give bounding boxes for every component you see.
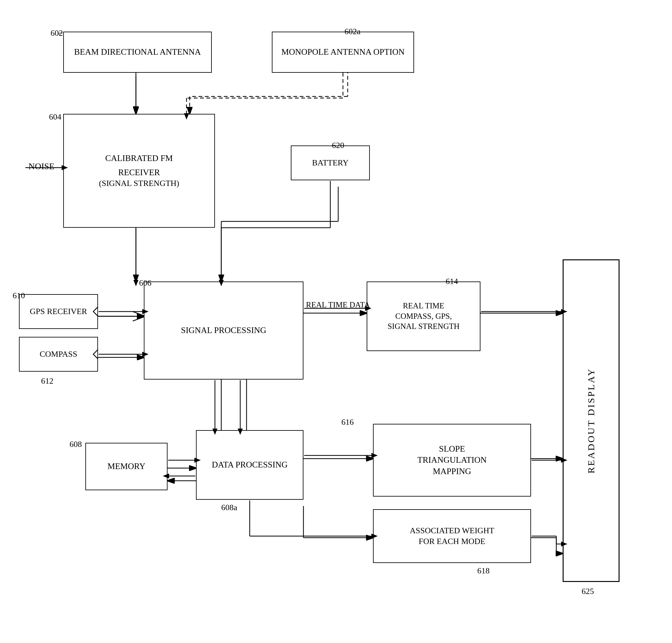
ref-608a: 608a xyxy=(221,503,237,512)
signal-processing-label: SIGNAL PROCESSING xyxy=(181,325,266,336)
signal-strength-label: (SIGNAL STRENGTH) xyxy=(99,178,179,189)
beam-directional-antenna-box: BEAM DIRECTIONAL ANTENNA xyxy=(63,32,212,73)
calibrated-fm-box: CALIBRATED FM RECEIVER (SIGNAL STRENGTH) xyxy=(63,114,215,228)
ref-602a: 602a xyxy=(345,27,361,36)
beam-antenna-label: BEAM DIRECTIONAL ANTENNA xyxy=(74,47,201,58)
ref-604: 604 xyxy=(49,112,61,122)
gps-label: GPS RECEIVER xyxy=(30,306,87,317)
ref-612: 612 xyxy=(41,376,53,386)
assoc-weight-line2: FOR EACH MODE xyxy=(419,536,486,547)
noise-label: NOISE xyxy=(28,161,54,171)
monopole-label: MONOPOLE ANTENNA OPTION xyxy=(281,47,405,58)
compass-label: COMPASS xyxy=(39,349,77,360)
ref-610: 610 xyxy=(13,291,25,301)
ref-606: 606 xyxy=(139,278,151,288)
slope-tri-line1: SLOPE xyxy=(439,444,465,454)
realtime-line1: REAL TIME xyxy=(403,301,444,311)
ref-620: 620 xyxy=(332,141,344,150)
gps-receiver-box: GPS RECEIVER xyxy=(19,294,98,329)
slope-tri-line3: MAPPING xyxy=(433,466,471,477)
calibrated-fm-label: CALIBRATED FM xyxy=(105,153,173,164)
ref-608: 608 xyxy=(70,440,82,449)
monopole-antenna-box: MONOPOLE ANTENNA OPTION xyxy=(272,32,414,73)
memory-box: MEMORY xyxy=(85,443,167,490)
diagram: BEAM DIRECTIONAL ANTENNA 602 ⌐ MONOPOLE … xyxy=(0,0,672,643)
ref-625: 625 xyxy=(582,587,594,596)
readout-display-label: READOUT DISPLAY xyxy=(585,368,597,473)
realtime-data-label: REAL TIME DATA xyxy=(306,301,370,309)
battery-box: BATTERY xyxy=(291,145,370,180)
data-processing-box: DATA PROCESSING xyxy=(196,430,303,500)
associated-weight-box: ASSOCIATED WEIGHT FOR EACH MODE xyxy=(373,509,531,563)
receiver-label: RECEIVER xyxy=(118,167,160,178)
svg-line-10 xyxy=(133,316,146,321)
battery-label: BATTERY xyxy=(312,158,349,168)
assoc-weight-line1: ASSOCIATED WEIGHT xyxy=(410,525,494,536)
memory-label: MEMORY xyxy=(108,461,146,472)
svg-line-9 xyxy=(133,312,146,316)
slope-triangulation-box: SLOPE TRIANGULATION MAPPING xyxy=(373,424,531,497)
ref-616: 616 xyxy=(341,417,354,427)
slope-tri-line2: TRIANGULATION xyxy=(418,454,487,465)
compass-box: COMPASS xyxy=(19,337,98,372)
realtime-line3: SIGNAL STRENGTH xyxy=(387,322,460,332)
realtime-compass-box: REAL TIME COMPASS, GPS, SIGNAL STRENGTH xyxy=(367,281,481,351)
realtime-line2: COMPASS, GPS, xyxy=(395,311,452,322)
readout-display-box: READOUT DISPLAY xyxy=(563,259,620,582)
ref-618: 618 xyxy=(477,566,490,575)
ref-614: 614 xyxy=(446,277,458,286)
ref-602-curve: ⌐ xyxy=(59,28,63,38)
svg-marker-37 xyxy=(133,280,138,286)
signal-processing-box: SIGNAL PROCESSING xyxy=(144,281,303,379)
data-processing-label: DATA PROCESSING xyxy=(212,459,288,470)
